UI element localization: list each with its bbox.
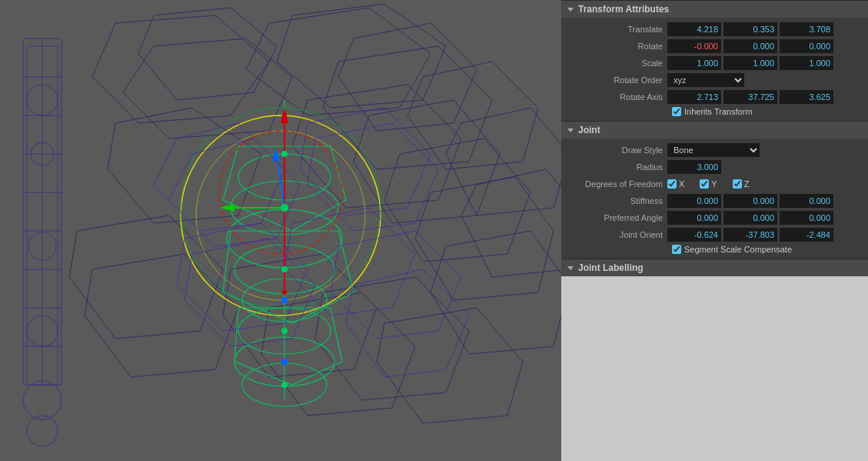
scale-fields bbox=[667, 56, 833, 70]
preferred-angle-x-field[interactable] bbox=[667, 211, 721, 225]
dof-y-label: Y bbox=[711, 179, 717, 189]
dof-x-label: X bbox=[679, 179, 684, 189]
svg-point-36 bbox=[27, 416, 58, 446]
svg-marker-57 bbox=[446, 108, 561, 215]
rotate-fields bbox=[667, 39, 833, 53]
transform-attributes-content: Translate Rotate Scale bbox=[561, 18, 868, 121]
preferred-angle-fields bbox=[667, 211, 833, 225]
rotate-axis-z-field[interactable] bbox=[780, 90, 833, 104]
svg-marker-38 bbox=[123, 38, 292, 139]
rotate-axis-y-field[interactable] bbox=[723, 90, 777, 104]
rotate-y-field[interactable] bbox=[723, 39, 777, 53]
dof-z-item: Z bbox=[733, 179, 750, 189]
radius-label: Radius bbox=[567, 162, 667, 172]
rotate-row: Rotate bbox=[561, 38, 868, 55]
translate-row: Translate bbox=[561, 21, 868, 38]
preferred-angle-row: Preferred Angle bbox=[561, 209, 868, 226]
svg-marker-80 bbox=[272, 149, 280, 162]
translate-label: Translate bbox=[567, 25, 667, 34]
joint-orient-x-field[interactable] bbox=[667, 228, 721, 242]
joint-orient-label: Joint Orient bbox=[567, 230, 667, 239]
stiffness-z-field[interactable] bbox=[780, 194, 833, 208]
scale-row: Scale bbox=[561, 55, 868, 72]
translate-x-field[interactable] bbox=[667, 22, 721, 36]
segment-scale-compensate-label: Segment Scale Compensate bbox=[684, 245, 792, 254]
svg-marker-40 bbox=[277, 4, 446, 108]
draw-style-select[interactable]: Bone Box Circle None bbox=[667, 143, 760, 157]
svg-marker-45 bbox=[384, 139, 530, 262]
draw-style-label: Draw Style bbox=[567, 145, 667, 155]
svg-marker-47 bbox=[431, 231, 561, 354]
dof-y-checkbox[interactable] bbox=[700, 179, 709, 189]
transform-attributes-title: Transform Attributes bbox=[578, 4, 669, 15]
joint-labelling-title: Joint Labelling bbox=[578, 262, 644, 273]
attribute-panel: Transform Attributes Translate Rotate Sc… bbox=[561, 0, 868, 461]
svg-line-16 bbox=[423, 393, 431, 461]
svg-point-95 bbox=[281, 297, 288, 303]
translate-z-field[interactable] bbox=[780, 22, 833, 36]
preferred-angle-y-field[interactable] bbox=[723, 211, 777, 225]
dof-y-item: Y bbox=[700, 179, 717, 189]
stiffness-y-field[interactable] bbox=[723, 194, 777, 208]
svg-line-17 bbox=[461, 393, 473, 461]
joint-section-arrow bbox=[567, 129, 574, 132]
svg-marker-88 bbox=[331, 231, 461, 339]
svg-line-9 bbox=[138, 393, 154, 461]
dof-x-checkbox[interactable] bbox=[667, 179, 677, 189]
svg-marker-85 bbox=[177, 223, 308, 331]
svg-marker-82 bbox=[169, 139, 300, 246]
joint-orient-z-field[interactable] bbox=[780, 228, 833, 242]
radius-row: Radius bbox=[561, 159, 868, 175]
joint-labelling-header[interactable]: Joint Labelling bbox=[561, 259, 868, 276]
rotate-axis-x-field[interactable] bbox=[667, 90, 721, 104]
rotate-z-field[interactable] bbox=[780, 39, 833, 53]
viewport-3d[interactable] bbox=[0, 0, 561, 461]
svg-point-96 bbox=[281, 359, 288, 365]
dof-row: Degrees of Freedom X Y Z bbox=[561, 175, 868, 192]
scale-z-field[interactable] bbox=[780, 56, 833, 70]
translate-fields bbox=[667, 22, 833, 36]
inherits-transform-row: Inherits Transform bbox=[561, 105, 868, 118]
svg-marker-43 bbox=[323, 46, 492, 169]
inherits-transform-checkbox[interactable] bbox=[672, 107, 681, 116]
scale-y-field[interactable] bbox=[723, 56, 777, 70]
svg-marker-54 bbox=[138, 8, 277, 100]
svg-marker-81 bbox=[154, 123, 284, 231]
svg-point-98 bbox=[282, 290, 287, 295]
dof-label: Degrees of Freedom bbox=[567, 179, 667, 189]
rotate-order-select[interactable]: xyz yzx zxy xzy yxz zyx bbox=[667, 73, 744, 87]
svg-marker-49 bbox=[85, 254, 238, 377]
draw-style-row: Draw Style Bone Box Circle None bbox=[561, 142, 868, 159]
joint-section-header[interactable]: Joint bbox=[561, 121, 868, 139]
rotate-axis-fields bbox=[667, 90, 833, 104]
svg-marker-78 bbox=[219, 204, 234, 212]
stiffness-fields bbox=[667, 194, 833, 208]
stiffness-x-field[interactable] bbox=[667, 194, 721, 208]
segment-scale-compensate-checkbox[interactable] bbox=[672, 245, 681, 254]
rotate-order-label: Rotate Order bbox=[567, 75, 667, 85]
svg-line-8 bbox=[100, 393, 115, 461]
svg-point-92 bbox=[281, 266, 288, 272]
bottom-panel bbox=[561, 276, 868, 461]
dof-z-checkbox[interactable] bbox=[733, 179, 742, 189]
radius-field[interactable] bbox=[667, 160, 721, 174]
scale-x-field[interactable] bbox=[667, 56, 721, 70]
transform-attributes-header[interactable]: Transform Attributes bbox=[561, 0, 868, 18]
joint-orient-y-field[interactable] bbox=[723, 228, 777, 242]
svg-line-15 bbox=[384, 393, 388, 461]
scale-label: Scale bbox=[567, 58, 667, 68]
svg-point-90 bbox=[281, 151, 288, 157]
svg-point-93 bbox=[281, 328, 288, 334]
svg-line-18 bbox=[500, 393, 515, 461]
inherits-transform-label: Inherits Transform bbox=[684, 107, 753, 116]
joint-section-content: Draw Style Bone Box Circle None Radius D… bbox=[561, 139, 868, 259]
stiffness-label: Stiffness bbox=[567, 196, 667, 205]
svg-line-11 bbox=[219, 393, 231, 461]
joint-labelling-arrow bbox=[567, 266, 574, 270]
rotate-x-field[interactable] bbox=[667, 39, 721, 53]
preferred-angle-z-field[interactable] bbox=[780, 211, 833, 225]
svg-line-6 bbox=[23, 393, 38, 461]
svg-marker-48 bbox=[69, 215, 223, 339]
transform-section-arrow bbox=[567, 8, 574, 12]
translate-y-field[interactable] bbox=[723, 22, 777, 36]
